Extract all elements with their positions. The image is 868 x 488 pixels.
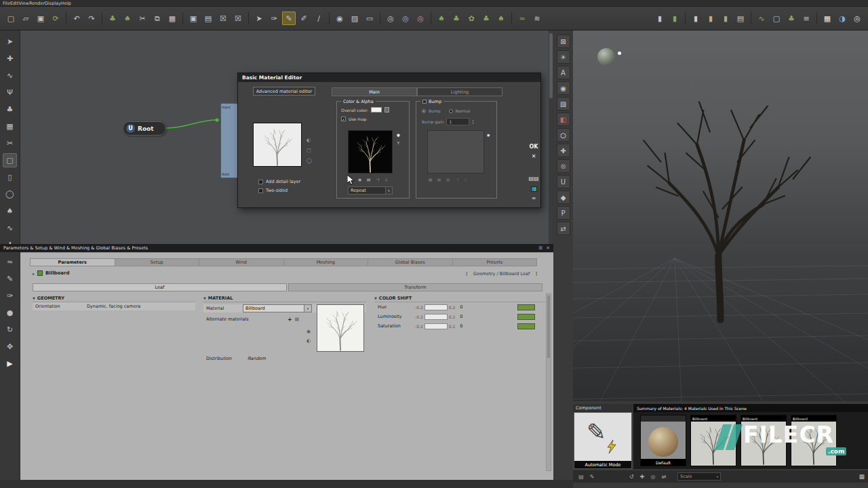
bump-map-thumbnail[interactable] xyxy=(427,130,484,174)
export-tree-icon[interactable]: ♠ xyxy=(121,12,134,25)
undo-icon[interactable]: ↶ xyxy=(70,12,83,25)
tab-global-biases[interactable]: Global Biases xyxy=(368,259,453,266)
lock-icon[interactable]: ⊠ xyxy=(557,35,570,48)
node-ungroup-icon[interactable]: ▤ xyxy=(201,12,215,25)
alternate-list-icon[interactable]: ▤ xyxy=(295,317,299,322)
orientation-value[interactable]: Dynamic, facing camera xyxy=(87,304,140,309)
capsule-green-icon[interactable]: ▮ xyxy=(719,12,732,25)
node-graph-scrollbar[interactable] xyxy=(549,30,553,244)
box-icon[interactable]: ▢ xyxy=(3,153,17,167)
tab-lighting[interactable]: Lighting xyxy=(417,87,502,96)
select-icon[interactable]: ➤ xyxy=(3,35,17,49)
axis-icon[interactable]: ✚ xyxy=(557,144,570,157)
menu-item[interactable]: View xyxy=(18,1,28,6)
color-reset-button[interactable] xyxy=(384,107,389,113)
generate-branch-icon[interactable]: ♣ xyxy=(450,12,463,25)
ok-button[interactable]: OK xyxy=(530,144,538,150)
preview-disc-icon[interactable]: ◯ xyxy=(307,158,312,163)
material-thumb-2[interactable]: Billboard Billboard xyxy=(741,415,787,466)
overall-color-swatch[interactable] xyxy=(371,107,382,113)
line-tool-icon[interactable]: ∕ xyxy=(312,12,326,25)
paste-nodes-icon[interactable]: ▦ xyxy=(165,12,179,25)
import-tree-icon[interactable]: ♣ xyxy=(106,12,119,25)
navigation-icon[interactable]: ◎ xyxy=(850,12,864,25)
swap-view-icon[interactable]: ⇄ xyxy=(659,472,669,481)
list-icon[interactable]: ≡ xyxy=(532,195,536,201)
use-map-checkbox[interactable]: ✓ Use map xyxy=(341,117,366,121)
bump-gain-field[interactable]: 1 xyxy=(446,118,469,125)
save-icon[interactable]: ▣ xyxy=(34,12,47,25)
advanced-material-editor-button[interactable]: Advanced material editor xyxy=(253,87,315,96)
branch-icon[interactable]: Ψ xyxy=(3,85,17,100)
pencil-tool-icon[interactable]: ✎ xyxy=(282,12,296,25)
menu-item[interactable]: Edit xyxy=(10,1,19,6)
parameters-scrollbar[interactable] xyxy=(546,293,551,471)
wind-settings-icon[interactable]: ≋ xyxy=(530,12,544,25)
pan-icon[interactable]: ✚ xyxy=(637,472,647,481)
select-tool-icon[interactable]: ➤ xyxy=(252,12,266,25)
up-vector-icon[interactable]: U xyxy=(557,175,570,188)
doc-icon[interactable]: ▤ xyxy=(528,176,534,182)
occlusion-icon[interactable]: ⊗ xyxy=(557,159,570,173)
copy-nodes-icon[interactable]: ⧉ xyxy=(151,12,164,25)
open-folder-icon[interactable]: ▱ xyxy=(19,12,33,25)
mat-ball-icon[interactable]: ◐ xyxy=(307,338,311,344)
menu-item[interactable]: Help xyxy=(61,1,71,6)
display-settings-icon[interactable]: ▦ xyxy=(859,473,865,480)
move-icon[interactable]: ✚ xyxy=(3,52,17,66)
capsule-tan-icon[interactable]: ▮ xyxy=(704,12,717,25)
grid-toggle-icon[interactable]: ▦ xyxy=(821,12,834,25)
node-break-icon[interactable]: ☒ xyxy=(231,12,245,25)
material-thumb-3[interactable]: Billboard Billboard xyxy=(791,415,837,466)
pen-tool-icon[interactable]: ✐ xyxy=(297,12,311,25)
zoom-all-icon[interactable]: ◎ xyxy=(414,12,427,25)
align-left-icon[interactable]: ⊣ xyxy=(374,176,381,182)
color-map-thumbnail[interactable] xyxy=(348,130,393,174)
generate-cluster-icon[interactable]: ♠ xyxy=(494,12,508,25)
tree-model[interactable] xyxy=(614,68,827,324)
bump-box-icon[interactable]: ▥ xyxy=(444,176,452,182)
tab-wind[interactable]: Wind xyxy=(199,259,284,266)
swap-icon[interactable]: ⇄ xyxy=(557,222,570,235)
wind-tool-icon[interactable]: ≈ xyxy=(3,255,17,269)
trunk-prop-icon[interactable]: ▮ xyxy=(653,12,667,25)
sphere-preview-icon[interactable]: ○ xyxy=(557,128,570,142)
menu-item[interactable]: Render xyxy=(29,1,45,6)
node-delete-icon[interactable]: ☒ xyxy=(216,12,230,25)
close-panel-icon[interactable]: ✕ xyxy=(546,245,550,251)
disc-icon[interactable]: ◯ xyxy=(3,187,17,201)
capsule-gray-icon[interactable]: ▮ xyxy=(689,12,703,25)
camera-icon[interactable]: ◉ xyxy=(333,12,347,25)
force-leaf-icon[interactable]: ♣ xyxy=(785,12,798,25)
bump-radio[interactable] xyxy=(422,109,426,113)
doc2-icon[interactable]: ▤ xyxy=(534,176,539,182)
color-curve-swatch[interactable] xyxy=(517,314,535,320)
camera-view-icon[interactable]: ◉ xyxy=(557,81,570,95)
render-mode-icon[interactable]: ◑ xyxy=(835,12,849,25)
mat-sphere-icon[interactable]: ◉ xyxy=(307,329,311,334)
material-thumb-1[interactable]: Billboard Billboard xyxy=(690,415,736,466)
chevron-down-icon[interactable]: ▾ xyxy=(304,305,311,312)
align-left-icon[interactable]: ⊣ xyxy=(453,176,460,182)
color-curve-swatch[interactable] xyxy=(517,323,535,329)
subtab-leaf[interactable]: Leaf xyxy=(33,283,287,291)
light-dot[interactable] xyxy=(618,52,621,55)
physics-icon[interactable]: P xyxy=(557,206,570,220)
screen-capture-icon[interactable]: ▭ xyxy=(363,12,376,25)
cylinder-icon[interactable]: ▯ xyxy=(3,170,17,184)
dock-icon[interactable]: ⊞ xyxy=(538,245,542,251)
parameters-panel-header[interactable]: Parameters & Setup & Wind & Meshing & Gl… xyxy=(0,244,553,252)
tab-meshing[interactable]: Meshing xyxy=(284,259,369,266)
expand-chevron-icon[interactable]: ▸ xyxy=(33,271,35,276)
force-curve-icon[interactable]: ∿ xyxy=(755,12,768,25)
close-icon[interactable]: ✕ xyxy=(532,153,536,159)
material-dropdown[interactable]: Billboard ▾ xyxy=(243,304,312,312)
gizmo-icon[interactable]: ✥ xyxy=(3,340,17,354)
force-box-icon[interactable]: ▢ xyxy=(770,12,783,25)
cut-icon[interactable]: ✂ xyxy=(136,12,149,25)
add-detail-layer-checkbox[interactable]: Add detail layer xyxy=(258,179,300,184)
tab-presets[interactable]: Presets xyxy=(453,259,537,266)
wind-icon[interactable]: ≈ xyxy=(515,12,529,25)
redo-icon[interactable]: ↷ xyxy=(85,12,98,25)
eyedropper-tool-icon[interactable]: ✑ xyxy=(267,12,281,25)
